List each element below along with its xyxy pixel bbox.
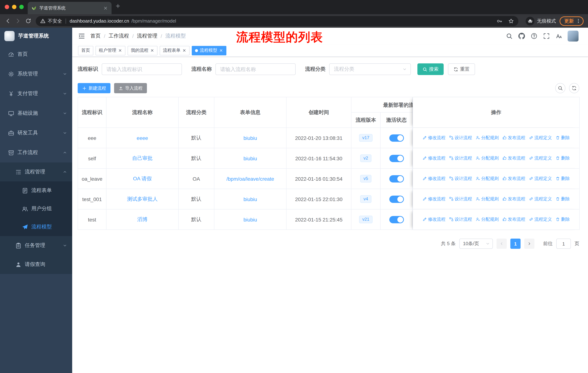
action-design-link[interactable]: 设计流程 <box>449 176 472 182</box>
action-assign-rule-link[interactable]: 分配规则 <box>476 196 499 202</box>
close-icon[interactable] <box>150 49 154 52</box>
action-design-link[interactable]: 设计流程 <box>449 196 472 202</box>
version-badge[interactable]: v17 <box>359 134 373 142</box>
action-design-link[interactable]: 设计流程 <box>449 216 472 222</box>
action-definition-link[interactable]: 流程定义 <box>529 216 552 222</box>
action-definition-link[interactable]: 流程定义 <box>529 155 552 161</box>
back-icon[interactable] <box>3 16 12 26</box>
forward-icon[interactable] <box>13 16 23 26</box>
action-modify-link[interactable]: 修改流程 <box>422 196 445 202</box>
prev-page-button[interactable] <box>496 239 507 249</box>
action-assign-rule-link[interactable]: 分配规则 <box>476 155 499 161</box>
action-assign-rule-link[interactable]: 分配规则 <box>476 135 499 141</box>
action-modify-link[interactable]: 修改流程 <box>422 216 445 222</box>
version-badge[interactable]: v5 <box>360 175 371 182</box>
action-publish-link[interactable]: 发布流程 <box>502 176 525 182</box>
action-delete-link[interactable]: 删除 <box>556 216 570 222</box>
toggle-search-button[interactable] <box>555 83 565 93</box>
process-name-link[interactable]: eeee <box>137 135 148 141</box>
action-delete-link[interactable]: 删除 <box>556 135 570 141</box>
action-publish-link[interactable]: 发布流程 <box>502 135 525 141</box>
page-number-button[interactable]: 1 <box>510 239 521 249</box>
tag-my-process[interactable]: 我的流程 <box>128 46 158 55</box>
form-link[interactable]: /bpm/oa/leave/create <box>226 176 274 181</box>
action-modify-link[interactable]: 修改流程 <box>422 135 445 141</box>
action-definition-link[interactable]: 流程定义 <box>529 135 552 141</box>
close-window-button[interactable] <box>5 5 9 9</box>
action-design-link[interactable]: 设计流程 <box>449 155 472 161</box>
tag-home[interactable]: 首页 <box>78 46 93 55</box>
sidebar-item-process-form[interactable]: 流程表单 <box>0 181 72 200</box>
new-tab-button[interactable] <box>115 3 124 12</box>
import-process-button[interactable]: 导入流程 <box>114 83 147 93</box>
category-select[interactable]: 流程分类 <box>329 63 411 75</box>
action-modify-link[interactable]: 修改流程 <box>422 155 445 161</box>
font-size-icon[interactable] <box>556 33 562 39</box>
form-link[interactable]: biubiu <box>243 135 257 141</box>
sidebar-item-payment-manage[interactable]: 支付管理 <box>0 84 72 103</box>
active-toggle[interactable] <box>389 175 404 182</box>
reload-icon[interactable] <box>23 16 33 26</box>
tag-process-model[interactable]: 流程模型 <box>192 46 226 55</box>
action-delete-link[interactable]: 删除 <box>556 196 570 202</box>
action-definition-link[interactable]: 流程定义 <box>529 196 552 202</box>
action-delete-link[interactable]: 删除 <box>556 155 570 161</box>
version-badge[interactable]: v21 <box>359 216 373 223</box>
process-key-input[interactable] <box>102 63 182 75</box>
close-icon[interactable] <box>103 6 108 10</box>
close-icon[interactable] <box>182 49 186 52</box>
active-toggle[interactable] <box>389 216 404 223</box>
action-assign-rule-link[interactable]: 分配规则 <box>476 216 499 222</box>
page-size-select[interactable]: 10条/页 <box>459 239 493 249</box>
breadcrumb-item[interactable]: 首页 <box>90 33 101 39</box>
process-name-link[interactable]: 自己审批 <box>132 155 153 161</box>
update-button[interactable]: 更新 <box>560 16 584 26</box>
address-bar[interactable]: 不安全 dashboard.yudao.iocoder.cn /bpm/mana… <box>36 16 518 26</box>
help-icon[interactable] <box>531 33 537 39</box>
close-icon[interactable] <box>219 49 223 52</box>
action-modify-link[interactable]: 修改流程 <box>422 176 445 182</box>
version-badge[interactable]: v2 <box>360 154 371 162</box>
process-name-link[interactable]: 测试多审批人 <box>127 196 158 202</box>
sidebar-item-dev-tools[interactable]: 研发工具 <box>0 123 72 143</box>
process-name-link[interactable]: OA 请假 <box>133 175 152 181</box>
sidebar-item-system-manage[interactable]: 系统管理 <box>0 64 72 84</box>
action-definition-link[interactable]: 流程定义 <box>529 176 552 182</box>
zoom-window-button[interactable] <box>19 5 24 9</box>
browser-tab[interactable]: 芋道管理系统 <box>28 2 112 14</box>
menu-dots-icon[interactable] <box>576 18 581 24</box>
github-icon[interactable] <box>518 33 525 39</box>
refresh-table-button[interactable] <box>569 83 579 93</box>
form-link[interactable]: biubiu <box>243 155 257 161</box>
close-icon[interactable] <box>118 49 122 52</box>
avatar[interactable] <box>567 30 578 41</box>
sidebar-item-user-group[interactable]: 用户分组 <box>0 200 72 218</box>
sidebar-item-process-manage[interactable]: 流程管理 <box>0 162 72 181</box>
key-icon[interactable] <box>496 18 502 24</box>
hamburger-icon[interactable] <box>78 32 85 40</box>
sidebar-item-process-model[interactable]: 流程模型 <box>0 218 72 236</box>
sidebar-item-home[interactable]: 首页 <box>0 44 72 64</box>
active-toggle[interactable] <box>389 195 404 203</box>
action-design-link[interactable]: 设计流程 <box>449 135 472 141</box>
breadcrumb-item[interactable]: 流程管理 <box>137 33 158 39</box>
process-name-input[interactable] <box>215 63 296 75</box>
minimize-window-button[interactable] <box>12 5 16 9</box>
breadcrumb-item[interactable]: 工作流程 <box>109 33 129 39</box>
active-toggle[interactable] <box>389 134 404 141</box>
sidebar-item-workflow[interactable]: 工作流程 <box>0 143 72 162</box>
search-icon[interactable] <box>506 33 513 39</box>
sidebar-item-leave-query[interactable]: 请假查询 <box>0 255 72 274</box>
tag-tenant-manage[interactable]: 租户管理 <box>95 46 126 55</box>
form-link[interactable]: biubiu <box>243 217 257 222</box>
action-publish-link[interactable]: 发布流程 <box>502 196 525 202</box>
reset-button[interactable]: 重置 <box>448 63 475 75</box>
create-process-button[interactable]: 新建流程 <box>78 83 110 93</box>
sidebar-item-task-manage[interactable]: 任务管理 <box>0 236 72 255</box>
next-page-button[interactable] <box>524 239 535 249</box>
app-logo[interactable]: 芋道管理系统 <box>0 28 72 44</box>
sidebar-item-infrastructure[interactable]: 基础设施 <box>0 103 72 123</box>
search-button[interactable]: 搜索 <box>417 63 444 75</box>
action-publish-link[interactable]: 发布流程 <box>502 155 525 161</box>
version-badge[interactable]: v4 <box>360 195 371 203</box>
